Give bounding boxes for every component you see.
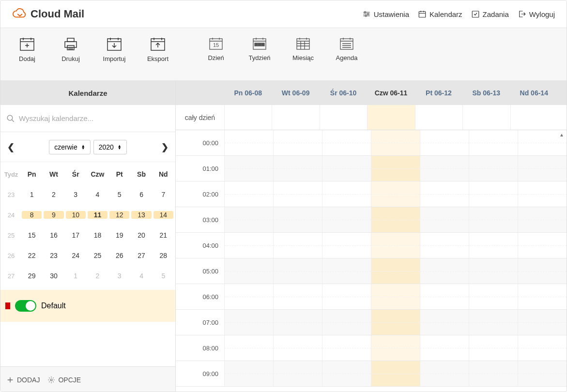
mini-day[interactable]: 7: [153, 191, 174, 198]
time-slot[interactable]: [469, 233, 518, 258]
mini-day[interactable]: 29: [21, 272, 43, 280]
time-slot[interactable]: [273, 258, 322, 284]
tool-day-view[interactable]: 15 Dzień: [194, 37, 238, 61]
time-slot[interactable]: [371, 258, 420, 284]
time-slot[interactable]: [322, 310, 371, 335]
tool-week-view[interactable]: Tydzień: [238, 37, 281, 61]
time-slot[interactable]: [469, 156, 518, 181]
time-slot[interactable]: [469, 181, 518, 207]
week-number[interactable]: 26: [1, 252, 21, 259]
day-header[interactable]: Sb 06-13: [462, 89, 510, 97]
time-slot[interactable]: [420, 181, 469, 207]
mini-day[interactable]: 13: [131, 211, 151, 219]
time-slot[interactable]: [518, 233, 567, 258]
time-slot[interactable]: [518, 258, 567, 284]
week-number[interactable]: 25: [1, 232, 21, 239]
time-slot[interactable]: [371, 310, 420, 335]
day-header[interactable]: Śr 06-10: [320, 89, 367, 97]
tool-export[interactable]: Eksport: [136, 37, 180, 62]
time-slot[interactable]: [322, 207, 371, 232]
nav-tasks[interactable]: Zadania: [471, 10, 509, 18]
day-header[interactable]: Czw 06-11: [367, 89, 414, 97]
mini-day[interactable]: 20: [130, 231, 152, 239]
mini-day[interactable]: 11: [88, 211, 107, 219]
allday-slot[interactable]: [224, 105, 272, 130]
time-slot[interactable]: [224, 130, 273, 155]
mini-day[interactable]: 4: [130, 272, 152, 280]
time-slot[interactable]: [273, 181, 322, 207]
time-slot[interactable]: [469, 284, 518, 309]
options-button[interactable]: OPCJE: [47, 376, 81, 384]
time-slot[interactable]: [322, 361, 371, 386]
time-slot[interactable]: [518, 335, 567, 361]
mini-day[interactable]: 28: [153, 252, 174, 259]
week-number[interactable]: 27: [1, 272, 21, 280]
mini-day[interactable]: 6: [130, 191, 152, 198]
calendar-toggle[interactable]: [15, 300, 36, 312]
mini-day[interactable]: 23: [43, 252, 64, 259]
time-slot[interactable]: [371, 156, 420, 181]
time-slot[interactable]: [371, 130, 420, 155]
allday-slot[interactable]: [462, 105, 510, 130]
mini-day[interactable]: 25: [87, 252, 108, 259]
mini-day[interactable]: 27: [130, 252, 152, 259]
time-slot[interactable]: [518, 156, 567, 181]
time-slot[interactable]: [420, 361, 469, 386]
mini-day[interactable]: 12: [109, 211, 129, 219]
time-slot[interactable]: [469, 310, 518, 335]
nav-settings[interactable]: Ustawienia: [362, 10, 409, 18]
time-slot[interactable]: [273, 310, 322, 335]
time-slot[interactable]: [469, 130, 518, 155]
mini-day[interactable]: 3: [65, 191, 87, 198]
mini-day[interactable]: 24: [65, 252, 87, 259]
allday-slot[interactable]: [320, 105, 367, 130]
mini-day[interactable]: 10: [66, 211, 86, 219]
mini-day[interactable]: 26: [108, 252, 130, 259]
time-slot[interactable]: [322, 233, 371, 258]
time-slot[interactable]: [224, 284, 273, 309]
mini-day[interactable]: 2: [43, 191, 64, 198]
time-slot[interactable]: [322, 181, 371, 207]
allday-slot[interactable]: [415, 105, 462, 130]
mini-day[interactable]: 14: [153, 211, 173, 219]
time-slot[interactable]: [273, 156, 322, 181]
add-calendar-button[interactable]: DODAJ: [6, 376, 40, 384]
time-slot[interactable]: [273, 284, 322, 309]
allday-slot[interactable]: [510, 105, 558, 130]
mini-day[interactable]: 4: [87, 191, 108, 198]
mini-day[interactable]: 8: [22, 211, 42, 219]
week-number[interactable]: 24: [1, 211, 21, 219]
time-slot[interactable]: [224, 335, 273, 361]
calendar-list-item[interactable]: Default: [0, 290, 175, 322]
time-slot[interactable]: [371, 233, 420, 258]
day-header[interactable]: Pt 06-12: [415, 89, 462, 97]
time-slot[interactable]: [273, 207, 322, 232]
day-header[interactable]: Wt 06-09: [272, 89, 319, 97]
mini-day[interactable]: 21: [153, 231, 174, 239]
allday-slot[interactable]: [367, 105, 414, 130]
time-grid[interactable]: ▲ 00:0001:0002:0003:0004:0005:0006:0007:…: [176, 130, 567, 392]
time-slot[interactable]: [273, 233, 322, 258]
time-slot[interactable]: [469, 361, 518, 386]
time-slot[interactable]: [371, 361, 420, 386]
tool-month-view[interactable]: Miesiąc: [281, 37, 325, 61]
mini-day[interactable]: 19: [108, 231, 130, 239]
mini-day[interactable]: 5: [108, 191, 130, 198]
nav-calendar[interactable]: Kalendarz: [418, 10, 462, 18]
time-slot[interactable]: [518, 361, 567, 386]
week-number[interactable]: 23: [1, 191, 21, 198]
mini-day[interactable]: 17: [65, 231, 87, 239]
time-slot[interactable]: [224, 258, 273, 284]
mini-day[interactable]: 22: [21, 252, 43, 259]
month-select[interactable]: czerwie▲▼: [49, 140, 90, 154]
year-select[interactable]: 2020▲▼: [93, 140, 127, 154]
tool-import[interactable]: Importuj: [92, 37, 136, 62]
time-slot[interactable]: [322, 284, 371, 309]
time-slot[interactable]: [224, 156, 273, 181]
tool-print[interactable]: Drukuj: [49, 37, 92, 62]
time-slot[interactable]: [371, 284, 420, 309]
calendar-search-input[interactable]: [19, 114, 169, 122]
time-slot[interactable]: [322, 335, 371, 361]
time-slot[interactable]: [469, 207, 518, 232]
time-slot[interactable]: [420, 310, 469, 335]
